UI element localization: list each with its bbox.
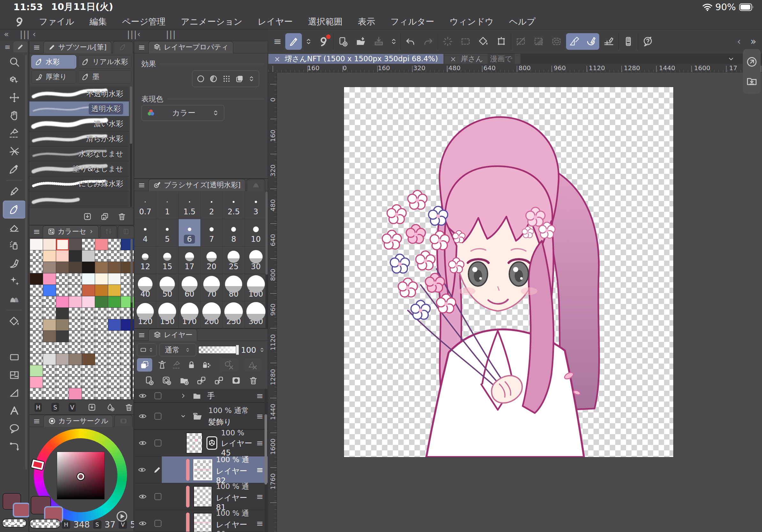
brush-size-cell[interactable]: 7: [201, 219, 223, 246]
menu-edit[interactable]: 編集: [89, 16, 108, 28]
color-swatch[interactable]: [82, 388, 95, 400]
color-swatch[interactable]: [69, 377, 82, 388]
color-wheel-tab[interactable]: カラーサークル: [43, 415, 113, 427]
color-history-icon[interactable]: [115, 510, 128, 523]
layer-panel-tab[interactable]: レイヤー: [148, 329, 197, 341]
color-swatch[interactable]: [30, 388, 43, 400]
tool-fill[interactable]: [3, 312, 26, 330]
color-swatch[interactable]: [108, 319, 121, 331]
color-swatch[interactable]: [95, 250, 108, 262]
brush-item[interactable]: 不透明水彩: [29, 87, 129, 101]
chevron-right-icon[interactable]: [180, 392, 187, 399]
color-swatch[interactable]: [56, 377, 69, 388]
redo-icon[interactable]: [420, 33, 436, 50]
color-swatch[interactable]: [108, 354, 121, 365]
brush-size-cell[interactable]: 50: [156, 274, 178, 301]
colorset-panel-tab[interactable]: カラーセ: [43, 226, 99, 237]
subtool-group-watercolor[interactable]: 水彩: [31, 55, 76, 69]
delete-color-icon[interactable]: [124, 403, 133, 412]
color-swatch[interactable]: [43, 250, 56, 262]
color-swatch[interactable]: [95, 331, 108, 342]
delete-subtool-icon[interactable]: [117, 212, 126, 221]
brush-size-cell[interactable]: 1: [156, 192, 178, 219]
eye-icon[interactable]: [138, 412, 147, 421]
merge-with-lower-layer-icon[interactable]: [214, 375, 224, 386]
brush-item[interactable]: [29, 191, 129, 206]
brush-size-cell[interactable]: 70: [201, 274, 223, 301]
add-color-icon[interactable]: [106, 403, 115, 412]
color-swatch[interactable]: [82, 296, 95, 308]
color-swatch[interactable]: [82, 319, 95, 331]
color-swatch[interactable]: [30, 296, 43, 308]
layer-row-81[interactable]: 100 % 通レイヤー81 ≡: [134, 483, 268, 510]
layer-mask-options-icon[interactable]: [244, 358, 262, 371]
color-swatch[interactable]: [69, 354, 82, 365]
color-swatch[interactable]: [30, 342, 43, 354]
color-swatch[interactable]: [56, 331, 69, 342]
clip-checkbox[interactable]: [154, 493, 162, 500]
tool-pen[interactable]: [3, 183, 26, 201]
sort-saturation-button[interactable]: S: [51, 403, 59, 412]
save-icon[interactable]: [370, 33, 387, 50]
menu-page[interactable]: ページ管理: [121, 16, 166, 28]
color-swatch[interactable]: [56, 285, 69, 296]
layer-row-hair-accessory[interactable]: 100 % 通常髪飾り ≡: [134, 403, 268, 430]
brush-size-cell[interactable]: 30: [245, 246, 267, 274]
color-swatch[interactable]: [30, 273, 43, 285]
color-swatch[interactable]: [30, 331, 43, 342]
clip-checkbox[interactable]: [154, 439, 162, 446]
color-swatch[interactable]: [30, 239, 43, 250]
menu-layer[interactable]: レイヤー: [257, 16, 294, 28]
brush-size-cell[interactable]: 200: [201, 301, 223, 329]
menu-file[interactable]: ファイル: [38, 16, 75, 28]
brush-size-cell[interactable]: 170: [179, 301, 201, 329]
brush-item[interactable]: 水彩なじませ: [29, 146, 129, 162]
color-swatch[interactable]: [82, 308, 95, 319]
menu-window[interactable]: ウィンドウ: [449, 16, 494, 28]
color-swatch[interactable]: [30, 365, 43, 377]
export-to-folder-icon[interactable]: [746, 75, 758, 87]
tool-zoom[interactable]: [3, 53, 26, 71]
brush-size-cell[interactable]: 40: [134, 274, 156, 301]
layer-palette-color-button[interactable]: [137, 344, 157, 356]
color-swatch-selected[interactable]: [56, 239, 69, 250]
brush-size-cell[interactable]: 15: [156, 246, 178, 274]
color-swatch[interactable]: [30, 354, 43, 365]
colorset-exchange-tab[interactable]: [100, 226, 117, 237]
color-swatch[interactable]: [82, 239, 95, 250]
brush-size-scrollbar[interactable]: [266, 192, 268, 329]
color-swatch[interactable]: [43, 262, 56, 273]
color-swatch[interactable]: [69, 250, 82, 262]
close-tab-icon[interactable]: ×: [274, 55, 280, 63]
color-swatch[interactable]: [108, 365, 121, 377]
color-swatch[interactable]: [108, 296, 121, 308]
snap-special-ruler-icon[interactable]: [600, 33, 617, 50]
transfer-to-lower-layer-icon[interactable]: [196, 375, 206, 386]
color-swatch[interactable]: [43, 285, 56, 296]
layer-panel-menu-icon[interactable]: ≡: [138, 330, 145, 340]
canvas-tab-inactive[interactable]: × 岸さん 漫画で: [444, 54, 520, 64]
tool-hand[interactable]: [3, 106, 26, 124]
selection-border-icon[interactable]: [548, 33, 565, 50]
brush-size-cell[interactable]: 3: [245, 192, 267, 219]
color-swatch[interactable]: [69, 273, 82, 285]
clip-checkbox[interactable]: [154, 392, 162, 399]
subtool-group-ink[interactable]: 墨: [78, 70, 131, 84]
color-swatch[interactable]: [82, 331, 95, 342]
expand-icon[interactable]: [303, 33, 314, 50]
tool-palette-tab[interactable]: [13, 41, 28, 52]
tool-selection-pen[interactable]: [3, 124, 26, 142]
brush-size-menu-icon[interactable]: ≡: [138, 180, 145, 190]
tool-eyedropper[interactable]: [3, 160, 26, 178]
layer-thumbnail[interactable]: [186, 432, 203, 453]
subtool-group-oil[interactable]: 厚塗り: [31, 70, 76, 84]
brush-size-cell[interactable]: 300: [245, 301, 267, 329]
brush-size-cell[interactable]: 4: [134, 219, 156, 246]
selection-from-layer-icon[interactable]: [220, 358, 238, 371]
delete-layer-icon[interactable]: [249, 376, 258, 385]
color-swatch[interactable]: [56, 308, 69, 319]
reference-layer-icon[interactable]: [157, 360, 167, 370]
brush-item-selected[interactable]: 透明水彩: [29, 101, 129, 116]
colorset-scrollbar[interactable]: [130, 239, 133, 400]
tool-blend[interactable]: [3, 290, 26, 308]
